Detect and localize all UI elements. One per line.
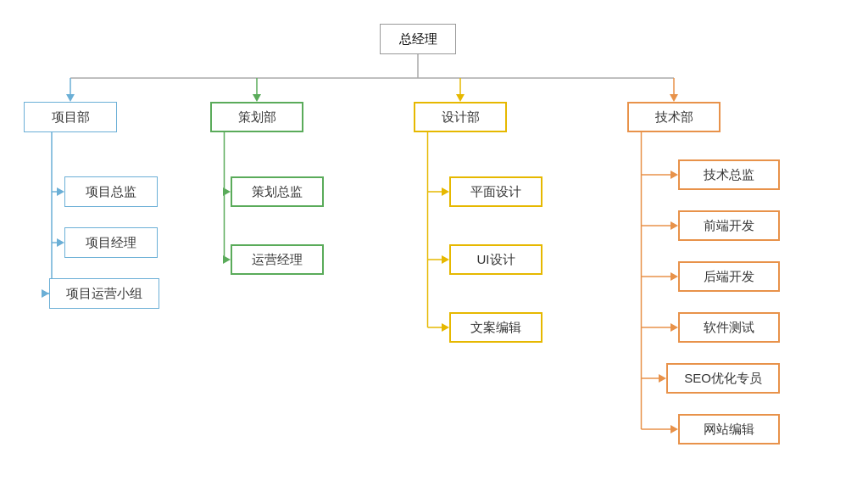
dept-cehua: 策划部	[210, 102, 303, 132]
dept-xiangmu: 项目部	[24, 102, 117, 132]
svg-marker-28	[670, 94, 678, 102]
dept-label-jishu: 技术部	[655, 109, 693, 126]
svg-marker-15	[223, 187, 231, 196]
dept-label-sheji: 设计部	[442, 109, 480, 126]
child-sheji-0: 平面设计	[449, 176, 542, 207]
child-jishu-0: 技术总监	[678, 159, 780, 190]
dept-sheji: 设计部	[414, 102, 507, 132]
svg-marker-37	[670, 323, 678, 332]
child-label-cehua-1: 运营经理	[252, 252, 303, 268]
child-label-cehua-0: 策划总监	[252, 184, 303, 200]
svg-marker-19	[456, 94, 465, 102]
child-label-sheji-2: 文案编辑	[470, 320, 521, 336]
child-jishu-4: SEO优化专员	[666, 363, 780, 394]
dept-label-cehua: 策划部	[238, 109, 276, 126]
svg-marker-8	[57, 238, 64, 247]
child-label-sheji-1: UI设计	[477, 252, 515, 268]
dept-jishu: 技术部	[627, 102, 721, 132]
svg-marker-22	[442, 187, 449, 196]
org-chart: 总经理 项目部项目总监项目经理项目运营小组策划部策划总监运营经理设计部平面设计U…	[0, 0, 868, 492]
svg-marker-35	[670, 272, 678, 281]
svg-marker-31	[670, 171, 678, 179]
svg-marker-6	[57, 187, 64, 196]
dept-label-xiangmu: 项目部	[52, 109, 90, 126]
child-label-xiangmu-1: 项目经理	[86, 235, 136, 251]
child-cehua-0: 策划总监	[231, 176, 324, 207]
child-xiangmu-0: 项目总监	[64, 176, 158, 207]
svg-marker-39	[659, 374, 666, 383]
child-xiangmu-1: 项目经理	[64, 227, 158, 258]
svg-marker-17	[223, 255, 231, 264]
svg-marker-41	[670, 425, 678, 433]
svg-marker-10	[42, 289, 49, 298]
child-jishu-5: 网站编辑	[678, 414, 780, 444]
child-label-jishu-0: 技术总监	[704, 167, 754, 183]
svg-marker-3	[66, 94, 75, 102]
root-node: 总经理	[380, 24, 456, 54]
child-label-jishu-4: SEO优化专员	[684, 371, 762, 387]
child-jishu-2: 后端开发	[678, 261, 780, 292]
child-label-jishu-1: 前端开发	[704, 218, 754, 234]
child-sheji-1: UI设计	[449, 244, 542, 275]
child-sheji-2: 文案编辑	[449, 312, 542, 343]
child-label-jishu-3: 软件测试	[704, 320, 754, 336]
svg-marker-24	[442, 255, 449, 264]
child-label-jishu-2: 后端开发	[704, 269, 754, 285]
child-label-xiangmu-0: 项目总监	[86, 184, 136, 200]
root-label: 总经理	[399, 31, 437, 48]
child-cehua-1: 运营经理	[231, 244, 324, 275]
child-jishu-3: 软件测试	[678, 312, 780, 343]
child-label-jishu-5: 网站编辑	[704, 422, 754, 438]
svg-marker-33	[670, 221, 678, 230]
child-jishu-1: 前端开发	[678, 210, 780, 241]
child-label-xiangmu-2: 项目运营小组	[66, 286, 142, 302]
child-label-sheji-0: 平面设计	[470, 184, 521, 200]
child-xiangmu-2: 项目运营小组	[49, 278, 159, 309]
svg-marker-12	[253, 94, 261, 102]
svg-marker-26	[442, 323, 449, 332]
